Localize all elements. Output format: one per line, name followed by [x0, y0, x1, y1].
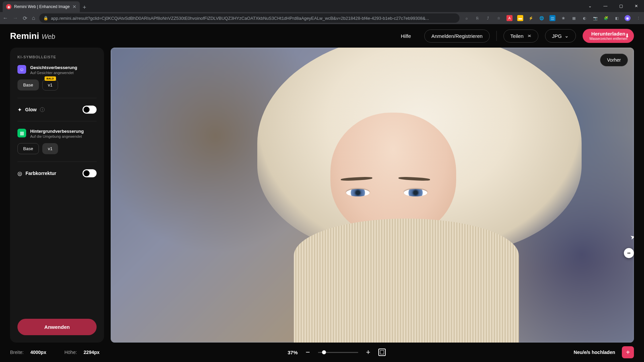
ext-script-icon[interactable]: ⚡ [528, 15, 534, 21]
zoom-slider[interactable] [318, 352, 358, 353]
tab-title: Remini Web | Enhanced Image [14, 4, 70, 9]
ext-globe-icon[interactable]: 🌐 [539, 15, 545, 21]
help-label: Hilfe [401, 33, 411, 39]
logo-main: Remini [10, 31, 39, 41]
width-value: 4000px [30, 350, 46, 355]
share-icon: ⪤ [526, 33, 531, 39]
download-button[interactable]: Herunterladen Wasserzeichen entfernen ⬇ [583, 29, 634, 43]
favicon-icon: ◉ [6, 4, 11, 9]
width-label: Breite: [10, 350, 23, 355]
zoom-slider-thumb[interactable] [322, 350, 326, 354]
browser-tab[interactable]: ◉ Remini Web | Enhanced Image ✕ [3, 1, 80, 12]
apply-button[interactable]: Anwenden [17, 319, 97, 335]
color-correction-block: ◎ Farbkorrektur [17, 169, 97, 177]
star-icon[interactable]: ☆ [496, 15, 502, 21]
share-button[interactable]: Teilen ⪤ [503, 29, 538, 43]
face-option-v1[interactable]: BALD v1 [42, 79, 58, 90]
lock-icon: 🔒 [43, 16, 48, 20]
face-subtitle: Auf Gesichter angewendet [30, 71, 77, 75]
tab-bar: ◉ Remini Web | Enhanced Image ✕ + ⌄ ― ▢ … [0, 0, 644, 12]
close-window-button[interactable]: ✕ [629, 0, 644, 12]
ext-pin-icon[interactable]: ▦ [571, 15, 577, 21]
status-bar: Breite: 4000px Höhe: 2294px 37% − + Neu/… [0, 343, 644, 362]
menu-icon[interactable]: ⋮ [635, 15, 641, 21]
upload-label: Neu/e/s hochladen [574, 350, 615, 355]
ext-trello-icon[interactable]: ◫ [549, 15, 555, 21]
logo[interactable]: Remini Web [10, 31, 55, 41]
help-button[interactable]: Hilfe [394, 30, 418, 42]
bg-option-v1[interactable]: v1 [42, 143, 58, 154]
zoom-controls: 37% − + [288, 348, 386, 357]
chip-label: v1 [48, 146, 53, 151]
format-select[interactable]: JPG ⌄ [545, 29, 576, 43]
before-button[interactable]: Vorher [600, 54, 628, 66]
fit-to-screen-button[interactable] [378, 349, 386, 356]
glow-toggle[interactable] [83, 106, 97, 114]
divider [496, 31, 497, 41]
browser-chrome: ◉ Remini Web | Enhanced Image ✕ + ⌄ ― ▢ … [0, 0, 644, 24]
height-label: Höhe: [64, 350, 77, 355]
zoom-percentage: 37% [288, 350, 298, 355]
download-sublabel: Wasserzeichen entfernen [589, 37, 627, 41]
ext-abp-icon[interactable]: A [506, 15, 513, 21]
app-header: Remini Web Hilfe Anmelden/Registrieren T… [0, 24, 644, 48]
enhanced-image [111, 48, 634, 343]
download-label: Herunterladen [591, 31, 626, 37]
share-icon[interactable]: ⤴ [485, 15, 491, 21]
search-icon[interactable]: ⌕ [464, 15, 470, 21]
translate-icon[interactable]: ⎘ [474, 15, 480, 21]
apply-label: Anwenden [44, 324, 70, 330]
back-icon[interactable]: ← [3, 15, 8, 21]
glow-block: ✦ Glow i [17, 106, 97, 121]
profile-avatar-icon[interactable]: ◉ [625, 15, 631, 21]
ext-camera-icon[interactable]: 📷 [592, 15, 598, 21]
app-root: Remini Web Hilfe Anmelden/Registrieren T… [0, 24, 644, 362]
color-toggle[interactable] [83, 169, 97, 177]
zoom-in-button[interactable]: + [364, 348, 372, 357]
home-icon[interactable]: ⌂ [32, 15, 35, 21]
sidebar: KI-SYMBOLLEISTE ☺ Gesichtsverbesserung A… [10, 48, 104, 343]
color-icon: ◎ [17, 170, 22, 177]
background-enhancement-block: ▦ Hintergrundverbesserung Auf die Umgebu… [17, 129, 97, 162]
maximize-button[interactable]: ▢ [613, 0, 629, 12]
extension-icons: ⌕ ⎘ ⤴ ☆ A ▬ ⚡ 🌐 ◫ ❀ ▦ ◐ 📷 🧩 ◧ ◉ ⋮ [464, 15, 641, 21]
chip-label: Base [23, 82, 33, 87]
logo-sub: Web [42, 33, 55, 40]
chip-label: v1 [48, 82, 53, 87]
image-canvas[interactable]: Vorher ⇔ ➤ [111, 48, 634, 343]
soon-badge: BALD [44, 76, 56, 81]
face-title: Gesichtsverbesserung [30, 65, 77, 70]
ext-flower-icon[interactable]: ❀ [560, 15, 566, 21]
bg-subtitle: Auf die Umgebung angewendet [30, 134, 84, 138]
window-controls: ⌄ ― ▢ ✕ [582, 0, 644, 12]
sparkle-icon: ✦ [17, 107, 22, 113]
url-field[interactable]: 🔒 app.remini.ai/result?gclid=Cj0KCQiAtvS… [39, 13, 460, 23]
sidebar-section-label: KI-SYMBOLLEISTE [17, 55, 97, 59]
address-bar: ← → ⟳ ⌂ 🔒 app.remini.ai/result?gclid=Cj0… [0, 12, 644, 24]
color-label: Farbkorrektur [25, 171, 56, 176]
login-button[interactable]: Anmelden/Registrieren [424, 29, 490, 43]
new-tab-button[interactable]: + [80, 3, 89, 12]
ext-folder-icon[interactable]: ▬ [517, 15, 523, 21]
reload-icon[interactable]: ⟳ [23, 15, 27, 21]
upload-button[interactable]: + [622, 346, 634, 358]
nav-icons: ← → ⟳ ⌂ [3, 15, 35, 21]
glow-label: Glow [25, 107, 37, 112]
forward-icon[interactable]: → [13, 15, 18, 21]
format-label: JPG [552, 33, 562, 39]
chevron-down-icon: ⌄ [565, 33, 569, 39]
close-tab-icon[interactable]: ✕ [72, 4, 76, 9]
zoom-out-button[interactable]: − [304, 348, 312, 357]
info-icon[interactable]: i [40, 107, 45, 112]
height-value: 2294px [84, 350, 99, 355]
chevron-down-icon[interactable]: ⌄ [582, 0, 598, 12]
url-text: app.remini.ai/result?gclid=Cj0KCQiAtvSdB… [51, 16, 429, 21]
sidepanel-icon[interactable]: ◧ [614, 15, 620, 21]
face-icon: ☺ [17, 65, 26, 74]
minimize-button[interactable]: ― [598, 0, 613, 12]
before-label: Vorher [607, 57, 621, 63]
ext-dark-icon[interactable]: ◐ [582, 15, 588, 21]
bg-option-base[interactable]: Base [17, 143, 39, 154]
face-option-base[interactable]: Base [17, 79, 39, 90]
extensions-icon[interactable]: 🧩 [603, 15, 609, 21]
